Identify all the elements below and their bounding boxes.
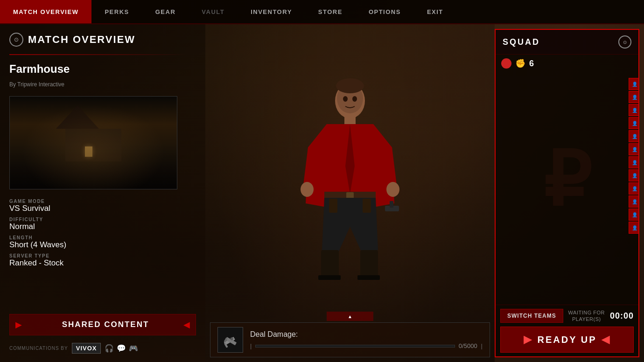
svg-point-8 — [301, 182, 314, 197]
squad-team-row: ✊ 6 — [496, 55, 638, 72]
nav-inventory[interactable]: INVENTORY — [238, 0, 305, 23]
side-player-6[interactable]: 👤 — [629, 143, 638, 155]
squad-side-icons: 👤 👤 👤 👤 👤 👤 👤 👤 👤 👤 👤 👤 — [629, 78, 638, 234]
waiting-for-players-text: WAITING FORPLAYER(S) — [567, 309, 606, 323]
faction-watermark: ₽ — [543, 136, 591, 223]
difficulty-value: Normal — [9, 222, 196, 231]
ready-up-left-arrow: ▶ — [524, 334, 533, 346]
nav-perks[interactable]: PERKS — [91, 0, 142, 23]
progress-value: 0/5000 — [459, 342, 477, 349]
main-content: ⊙ MATCH OVERVIEW Farmhouse By Tripwire I… — [0, 24, 644, 362]
side-player-7[interactable]: 👤 — [629, 156, 638, 168]
nav-options[interactable]: OPTIONS — [356, 0, 414, 23]
svg-rect-11 — [360, 250, 378, 278]
side-player-1[interactable]: 👤 — [629, 78, 638, 90]
top-nav: MATCH OVERVIEW PERKS GEAR VAULT INVENTOR… — [0, 0, 644, 24]
character-svg — [285, 73, 415, 315]
panel-title-text: MATCH OVERVIEW — [28, 34, 135, 46]
difficulty-label: DIFFICULTY — [9, 217, 196, 222]
comms-section: COMMUNICATIONS BY VIVOX 🎧 💬 🎮 — [9, 343, 196, 354]
hexagon-squad-icon: ⊙ — [623, 40, 627, 45]
progress-title: Deal Damage: — [250, 330, 483, 339]
shared-content-left-arrow: ▶ — [15, 320, 22, 330]
guns-icon — [221, 331, 240, 349]
svg-point-2 — [336, 78, 364, 93]
panel-title-icon: ⊙ — [9, 33, 23, 47]
svg-rect-13 — [357, 275, 380, 280]
shared-content-label: SHARED CONTENT — [28, 320, 183, 329]
svg-rect-15 — [363, 199, 371, 213]
side-player-5[interactable]: 👤 — [629, 130, 638, 142]
svg-rect-17 — [390, 201, 393, 208]
ready-up-right-arrow: ◀ — [602, 334, 611, 346]
server-type-label: SERVER TYPE — [9, 253, 196, 258]
svg-point-4 — [352, 96, 357, 102]
nav-vault[interactable]: VAULT — [189, 0, 238, 23]
progress-section: Deal Damage: | 0/5000 | — [210, 322, 490, 357]
svg-rect-7 — [346, 192, 354, 199]
house-silhouette — [47, 105, 140, 161]
ready-up-button[interactable]: ▶ READY UP ◀ — [500, 327, 634, 353]
chat-icon: 💬 — [117, 344, 126, 353]
server-type-row: SERVER TYPE Ranked - Stock — [9, 253, 196, 268]
squad-title: SQUAD — [503, 37, 540, 47]
side-player-8[interactable]: 👤 — [629, 169, 638, 181]
side-player-2[interactable]: 👤 — [629, 91, 638, 103]
squad-body: ₽ ✊ 6 👤 👤 👤 👤 👤 👤 👤 👤 👤 👤 👤 👤 — [496, 55, 638, 305]
side-player-9[interactable]: 👤 — [629, 182, 638, 195]
map-author: By Tripwire Interactive — [9, 81, 196, 88]
side-player-11[interactable]: 👤 — [629, 209, 638, 221]
vivox-badge: VIVOX — [72, 343, 101, 354]
squad-header-icon: ⊙ — [618, 35, 631, 49]
map-name: Farmhouse — [9, 63, 196, 76]
nav-store[interactable]: STORE — [305, 0, 356, 23]
svg-point-9 — [386, 182, 399, 197]
character-container — [285, 73, 415, 315]
game-mode-value: VS Survival — [9, 204, 196, 213]
squad-panel: SQUAD ⊙ ₽ ✊ 6 👤 👤 👤 👤 👤 👤 👤 — [495, 29, 639, 357]
squad-count: 6 — [529, 59, 534, 69]
headset-icon: 🎧 — [105, 344, 114, 353]
side-player-10[interactable]: 👤 — [629, 195, 638, 208]
map-preview — [9, 96, 177, 189]
svg-rect-12 — [318, 275, 341, 280]
panel-title-row: ⊙ MATCH OVERVIEW — [9, 33, 196, 47]
house-light — [85, 146, 92, 157]
comms-label: COMMUNICATIONS BY — [9, 346, 68, 351]
match-timer: 00:00 — [610, 311, 634, 321]
length-value: Short (4 Waves) — [9, 240, 196, 250]
side-player-4[interactable]: 👤 — [629, 117, 638, 129]
game-info-section: GAME MODE VS Survival DIFFICULTY Normal … — [9, 199, 196, 270]
nav-exit[interactable]: EXIT — [414, 0, 456, 23]
difficulty-row: DIFFICULTY Normal — [9, 217, 196, 231]
svg-rect-10 — [321, 250, 339, 278]
house-roof — [56, 105, 99, 129]
side-player-3[interactable]: 👤 — [629, 104, 638, 116]
length-label: LENGTH — [9, 235, 196, 240]
server-type-value: Ranked - Stock — [9, 258, 196, 268]
svg-rect-5 — [344, 116, 356, 125]
game-mode-label: GAME MODE — [9, 199, 196, 204]
ready-up-label: READY UP — [538, 334, 597, 345]
squad-actions: SWITCH TEAMS WAITING FORPLAYER(S) 00:00 — [500, 309, 634, 323]
switch-teams-button[interactable]: SWITCH TEAMS — [500, 309, 563, 323]
nav-match-overview[interactable]: MATCH OVERVIEW — [0, 0, 91, 23]
gamepad-icon: 🎮 — [129, 344, 138, 353]
left-panel: ⊙ MATCH OVERVIEW Farmhouse By Tripwire I… — [0, 24, 205, 362]
progress-bar-container: | 0/5000 | — [250, 342, 483, 349]
team-color-indicator — [501, 58, 511, 69]
progress-info: Deal Damage: | 0/5000 | — [250, 330, 483, 349]
nav-gear[interactable]: GEAR — [142, 0, 189, 23]
length-row: LENGTH Short (4 Waves) — [9, 235, 196, 250]
squad-footer: SWITCH TEAMS WAITING FORPLAYER(S) 00:00 … — [496, 305, 638, 356]
progress-bracket-right: | — [481, 342, 483, 349]
side-player-12[interactable]: 👤 — [629, 222, 638, 234]
bottom-bar: Deal Damage: | 0/5000 | — [205, 318, 495, 362]
house-body — [65, 129, 121, 161]
comms-icons: 🎧 💬 🎮 — [105, 344, 138, 353]
title-underline — [9, 54, 187, 55]
svg-rect-14 — [329, 199, 337, 213]
shared-content-bar[interactable]: ▶ SHARED CONTENT ◀ — [9, 314, 196, 335]
progress-bar-track — [255, 345, 455, 348]
squad-header: SQUAD ⊙ — [496, 30, 638, 55]
